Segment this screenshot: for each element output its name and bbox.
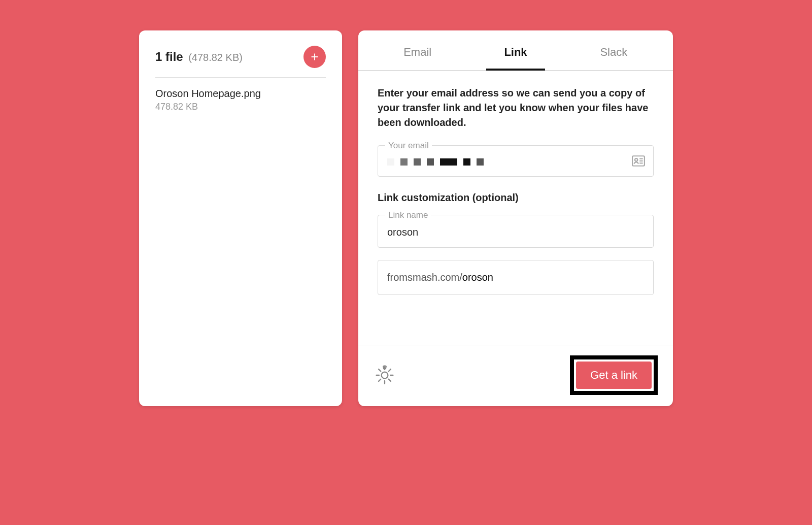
url-preview[interactable]: fromsmash.com/oroson [378,260,654,295]
tab-slack[interactable]: Slack [565,30,663,70]
tab-link[interactable]: Link [466,30,564,70]
file-list: Oroson Homepage.png 478.82 KB [155,78,326,112]
file-count-wrap: 1 file (478.82 KB) [155,50,243,64]
linkname-label: Link name [385,210,431,220]
total-size: (478.82 KB) [188,52,243,63]
plus-icon [309,51,320,62]
footer: Get a link [358,345,673,406]
link-customization-heading: Link customization (optional) [378,192,654,204]
svg-point-1 [635,158,637,161]
form-body: Enter your email address so we can send … [358,71,673,345]
linkname-input[interactable] [387,226,644,238]
transfer-panel: Email Link Slack Enter your email addres… [358,30,673,406]
url-prefix: fromsmash.com/ [387,272,462,283]
file-name: Oroson Homepage.png [155,88,326,100]
cta-highlight-frame: Get a link [570,355,658,395]
file-count: 1 file [155,50,183,63]
file-item[interactable]: Oroson Homepage.png 478.82 KB [155,88,326,112]
linkname-field-wrap[interactable]: Link name [378,215,654,248]
files-header: 1 file (478.82 KB) [155,46,326,78]
url-suffix: oroson [462,272,493,283]
file-size: 478.82 KB [155,102,326,112]
add-file-button[interactable] [303,46,326,68]
email-field-wrap[interactable]: Your email [378,145,654,177]
instructions-text: Enter your email address so we can send … [378,86,654,130]
email-redacted-value [387,157,644,167]
files-panel: 1 file (478.82 KB) Oroson Homepage.png 4… [139,30,342,406]
contact-card-icon [632,155,645,167]
tabs: Email Link Slack [358,30,673,71]
gear-icon[interactable] [374,364,396,386]
get-link-button[interactable]: Get a link [576,362,652,389]
tab-email[interactable]: Email [368,30,466,70]
svg-point-5 [382,372,388,379]
email-label: Your email [385,141,432,151]
